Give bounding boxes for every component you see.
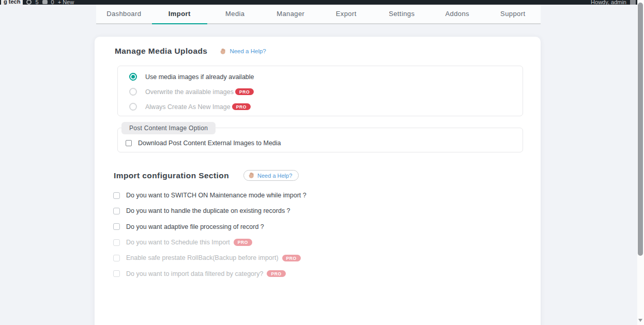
plugin-nav: Dashboard Import Media Manager Export Se… [0, 5, 644, 24]
maintenance-mode-checkbox[interactable] [113, 192, 120, 199]
avatar [630, 0, 636, 5]
admin-bar-right: Howdy, admin [591, 0, 638, 5]
pro-badge: PRO [267, 270, 285, 277]
radio-option-overwrite: Overwrite the available images PRO [129, 84, 523, 99]
admin-bar-site-name[interactable]: g tech [1, 0, 23, 5]
need-help-label: Need a Help? [229, 48, 266, 54]
radio-label: Use media images if already available [145, 73, 254, 81]
config-row-safe-rollback: Enable safe prestate RollBack(Backup bef… [113, 250, 306, 266]
main-card: Manage Media Uploads Need a Help? Use me… [95, 37, 541, 325]
media-section-header: Manage Media Uploads Need a Help? [115, 47, 266, 56]
update-count: 5 [35, 0, 38, 5]
config-checkbox-list: Do you want to SWITCH ON Maintenance mod… [113, 188, 306, 282]
download-external-images-row: Download Post Content External Images to… [126, 140, 281, 147]
admin-bar-new-button[interactable]: + New [58, 0, 74, 5]
config-row-filter-category: Do you want to import data filtered by c… [113, 266, 306, 281]
media-options-box: Use media images if already available Ov… [117, 66, 523, 116]
config-row-schedule-import: Do you want to Schedule this Import PRO [113, 235, 306, 250]
post-content-legend: Post Content Image Option [121, 122, 216, 134]
radio-option-create-new: Always Create As New Image PRO [129, 99, 523, 114]
pro-badge: PRO [234, 239, 252, 246]
checkbox-label: Do you want to handle the duplicate on e… [126, 207, 290, 214]
config-section-header: Import configuration Section Need a Help… [114, 170, 299, 181]
pro-badge: PRO [232, 103, 251, 111]
radio-button[interactable] [129, 103, 137, 111]
pro-badge: PRO [282, 255, 301, 262]
scrollbar[interactable] [637, 0, 644, 325]
need-help-link[interactable]: Need a Help? [220, 48, 266, 55]
scrollbar-thumb[interactable] [638, 3, 643, 256]
post-content-image-option-box: Post Content Image Option Download Post … [117, 128, 523, 152]
comments-bubble-icon[interactable] [42, 0, 48, 4]
admin-bar-howdy[interactable]: Howdy, admin [591, 0, 626, 5]
radio-option-use-existing: Use media images if already available [129, 69, 523, 84]
tab-media[interactable]: Media [207, 5, 263, 23]
hand-help-icon [220, 48, 226, 55]
checkbox-label: Do you want to import data filtered by c… [126, 270, 263, 277]
nav-tabs: Dashboard Import Media Manager Export Se… [96, 5, 541, 24]
checkbox-label: Do you want to SWITCH ON Maintenance mod… [126, 192, 306, 199]
tab-addons[interactable]: Addons [430, 5, 485, 23]
schedule-import-checkbox [113, 239, 120, 246]
need-help-label: Need a Help? [257, 173, 292, 179]
hand-help-icon [248, 172, 255, 179]
checkbox-label: Download Post Content External Images to… [138, 140, 281, 147]
pro-badge: PRO [235, 88, 254, 96]
radio-button[interactable] [129, 73, 137, 81]
tab-export[interactable]: Export [318, 5, 374, 23]
checkbox-label: Enable safe prestate RollBack(Backup bef… [126, 254, 279, 261]
adaptive-processing-checkbox[interactable] [113, 223, 120, 230]
tab-manager[interactable]: Manager [263, 5, 319, 23]
tab-import[interactable]: Import [152, 5, 208, 23]
radio-label: Always Create As New Image [145, 103, 231, 111]
config-row-adaptive-processing: Do you want adaptive file processing of … [113, 219, 306, 235]
media-section-title: Manage Media Uploads [115, 47, 207, 56]
config-section-title: Import configuration Section [114, 171, 229, 180]
radio-button[interactable] [129, 88, 137, 96]
wordpress-logo-icon[interactable] [26, 0, 32, 5]
radio-label: Overwrite the available images [145, 88, 234, 96]
admin-bar-left: g tech 5 0 + New [0, 0, 74, 5]
config-row-maintenance-mode: Do you want to SWITCH ON Maintenance mod… [113, 188, 306, 203]
tab-dashboard[interactable]: Dashboard [96, 5, 152, 23]
need-help-button[interactable]: Need a Help? [243, 170, 299, 181]
safe-rollback-checkbox [113, 255, 120, 261]
config-row-handle-duplicate: Do you want to handle the duplicate on e… [113, 203, 306, 219]
tab-settings[interactable]: Settings [374, 5, 430, 23]
tab-support[interactable]: Support [485, 5, 541, 23]
handle-duplicate-checkbox[interactable] [113, 208, 120, 214]
download-external-images-checkbox[interactable] [126, 140, 132, 146]
checkbox-label: Do you want to Schedule this Import [126, 239, 230, 246]
scrollbar-down-arrow-icon[interactable] [638, 319, 642, 322]
filter-category-checkbox [113, 270, 120, 277]
checkbox-label: Do you want adaptive file processing of … [126, 223, 264, 230]
comment-count: 0 [51, 0, 54, 5]
admin-bar: g tech 5 0 + New Howdy, admin [0, 0, 638, 5]
